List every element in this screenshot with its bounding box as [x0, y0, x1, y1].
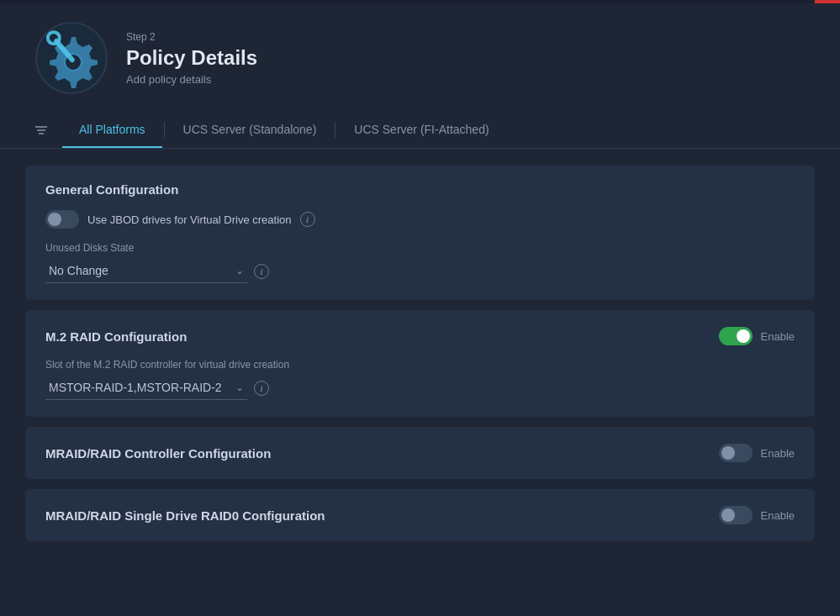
- mraid-single-title: MRAID/RAID Single Drive RAID0 Configurat…: [45, 508, 325, 523]
- step-label: Step 2: [126, 31, 257, 43]
- jbod-toggle-row: Use JBOD drives for Virtual Drive creati…: [45, 210, 795, 229]
- unused-disks-dropdown[interactable]: No Change ⌄: [45, 259, 247, 283]
- slot-dropdown-wrapper: MSTOR-RAID-1,MSTOR-RAID-2 ⌄ i: [45, 376, 795, 400]
- slot-chevron-icon: ⌄: [235, 382, 244, 393]
- slot-field: Slot of the M.2 RAID controller for virt…: [45, 359, 795, 400]
- m2-raid-slider: [719, 327, 753, 345]
- mraid-controller-toggle[interactable]: [719, 444, 753, 462]
- main-content: General Configuration Use JBOD drives fo…: [0, 166, 840, 541]
- mraid-single-toggle[interactable]: [719, 506, 753, 524]
- mraid-controller-enable-label: Enable: [761, 447, 795, 460]
- page-title: Policy Details: [126, 46, 257, 70]
- m2-raid-section: M.2 RAID Configuration Enable Slot of th…: [25, 310, 815, 417]
- unused-disks-field: Unused Disks State No Change ⌄ i: [45, 242, 795, 283]
- slot-value: MSTOR-RAID-1,MSTOR-RAID-2: [49, 381, 232, 394]
- slot-label: Slot of the M.2 RAID controller for virt…: [45, 359, 795, 371]
- m2-raid-enable-label: Enable: [761, 330, 795, 343]
- slot-info-icon[interactable]: i: [254, 381, 269, 396]
- tab-ucs-fi-attached[interactable]: UCS Server (FI-Attached): [337, 113, 505, 148]
- m2-raid-enable-row: Enable: [719, 327, 795, 345]
- jbod-slider: [45, 210, 79, 229]
- policy-icon: [34, 20, 109, 96]
- unused-disks-label: Unused Disks State: [45, 242, 795, 254]
- mraid-single-section: MRAID/RAID Single Drive RAID0 Configurat…: [25, 489, 815, 541]
- page-subtitle: Add policy details: [126, 73, 257, 86]
- mraid-controller-title: MRAID/RAID Controller Configuration: [45, 446, 271, 461]
- page-header: Step 2 Policy Details Add policy details: [0, 3, 840, 113]
- mraid-controller-enable-row: Enable: [719, 444, 795, 462]
- slot-dropdown[interactable]: MSTOR-RAID-1,MSTOR-RAID-2 ⌄: [45, 376, 247, 400]
- header-text: Step 2 Policy Details Add policy details: [126, 31, 257, 86]
- mraid-single-enable-label: Enable: [761, 509, 795, 522]
- tab-separator-2: [335, 122, 335, 139]
- mraid-single-slider: [719, 506, 753, 524]
- mraid-controller-section: MRAID/RAID Controller Configuration Enab…: [25, 427, 815, 479]
- filter-icon: [34, 123, 49, 138]
- tab-all-platforms[interactable]: All Platforms: [62, 113, 162, 148]
- jbod-info-icon[interactable]: i: [300, 212, 315, 227]
- jbod-toggle[interactable]: [45, 210, 79, 229]
- mraid-single-enable-row: Enable: [719, 506, 795, 524]
- jbod-label: Use JBOD drives for Virtual Drive creati…: [87, 213, 292, 226]
- general-config-section: General Configuration Use JBOD drives fo…: [25, 166, 815, 300]
- general-config-title: General Configuration: [45, 182, 178, 197]
- tab-separator-1: [164, 122, 165, 139]
- filter-button[interactable]: [34, 114, 62, 146]
- m2-raid-toggle[interactable]: [719, 327, 753, 345]
- chevron-down-icon: ⌄: [235, 265, 244, 276]
- tab-ucs-standalone[interactable]: UCS Server (Standalone): [166, 113, 334, 148]
- unused-disks-dropdown-wrapper: No Change ⌄ i: [45, 259, 795, 283]
- unused-disks-value: No Change: [49, 264, 232, 277]
- unused-disks-info-icon[interactable]: i: [254, 264, 269, 279]
- mraid-controller-slider: [719, 444, 753, 462]
- tabs-bar: All Platforms UCS Server (Standalone) UC…: [0, 113, 840, 149]
- m2-raid-title: M.2 RAID Configuration: [45, 329, 187, 344]
